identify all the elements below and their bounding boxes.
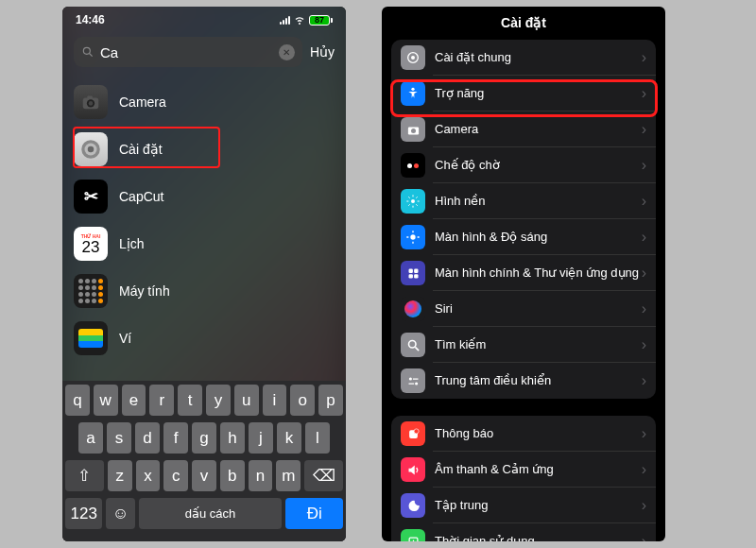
go-key[interactable]: Đi bbox=[285, 498, 343, 529]
key-z[interactable]: z bbox=[108, 460, 132, 491]
svg-line-22 bbox=[416, 197, 417, 197]
svg-point-14 bbox=[411, 199, 415, 203]
row-label: Siri bbox=[435, 301, 642, 317]
settings-row-focus[interactable]: Tập trung› bbox=[391, 488, 656, 523]
settings-row-siri[interactable]: Siri› bbox=[391, 291, 656, 327]
key-f[interactable]: f bbox=[163, 422, 188, 454]
camera-icon bbox=[74, 85, 108, 119]
settings-row-brightness[interactable]: Màn hình & Độ sáng› bbox=[391, 219, 656, 255]
svg-point-4 bbox=[89, 101, 94, 106]
svg-rect-30 bbox=[408, 274, 412, 278]
key-g[interactable]: g bbox=[192, 422, 216, 454]
key-n[interactable]: n bbox=[249, 460, 273, 491]
svg-rect-29 bbox=[414, 268, 418, 272]
settings-row-gear[interactable]: Cài đặt chung› bbox=[391, 40, 656, 76]
row-label: Màn hình chính & Thư viện ứng dụng bbox=[435, 265, 642, 281]
focus-icon bbox=[401, 493, 425, 518]
key-t[interactable]: t bbox=[178, 385, 202, 416]
key-v[interactable]: v bbox=[192, 460, 216, 491]
row-label: Trung tâm điều khiển bbox=[435, 373, 642, 388]
clear-icon[interactable]: ✕ bbox=[279, 44, 295, 60]
key-l[interactable]: l bbox=[305, 422, 330, 454]
settings-row-camera[interactable]: Camera› bbox=[391, 111, 656, 147]
svg-point-32 bbox=[408, 340, 416, 348]
settings-row-wallpaper[interactable]: Hình nền› bbox=[391, 183, 656, 219]
key-w[interactable]: w bbox=[94, 385, 118, 416]
result-label: Ví bbox=[119, 331, 131, 346]
chevron-right-icon: › bbox=[642, 229, 646, 246]
svg-line-1 bbox=[90, 54, 93, 57]
row-label: Camera bbox=[435, 122, 642, 137]
screentime-icon bbox=[401, 529, 425, 541]
key-d[interactable]: d bbox=[135, 422, 160, 454]
svg-point-39 bbox=[414, 428, 419, 433]
backspace-key[interactable]: ⌫ bbox=[304, 460, 343, 491]
key-y[interactable]: y bbox=[206, 385, 231, 416]
key-q[interactable]: q bbox=[65, 385, 90, 416]
key-m[interactable]: m bbox=[276, 460, 301, 491]
svg-line-20 bbox=[416, 204, 417, 205]
key-p[interactable]: p bbox=[318, 385, 343, 416]
result-label: Camera bbox=[119, 94, 166, 110]
result-label: Máy tính bbox=[119, 283, 170, 299]
emoji-key[interactable]: ☺ bbox=[106, 498, 134, 529]
result-label: Cài đặt bbox=[119, 142, 163, 157]
settings-row-home[interactable]: Màn hình chính & Thư viện ứng dụng› bbox=[391, 255, 656, 291]
settings-row-notif[interactable]: Thông báo› bbox=[391, 416, 656, 452]
access-icon bbox=[401, 81, 425, 106]
search-result-camera[interactable]: Camera bbox=[72, 78, 336, 126]
search-result-cal[interactable]: THỨ HAI23Lịch bbox=[72, 220, 336, 267]
settings-row-sound[interactable]: Âm thanh & Cảm ứng› bbox=[391, 452, 656, 488]
settings-group: Cài đặt chung›Trợ năng›Camera›Chế độ chờ… bbox=[391, 40, 656, 399]
wallpaper-icon bbox=[401, 189, 425, 214]
brightness-icon bbox=[401, 225, 425, 249]
settings-row-standby[interactable]: Chế độ chờ› bbox=[391, 147, 656, 183]
settings-group: Thông báo›Âm thanh & Cảm ứng›Tập trung›T… bbox=[391, 416, 656, 541]
key-s[interactable]: s bbox=[107, 422, 131, 454]
key-h[interactable]: h bbox=[220, 422, 245, 454]
shift-key[interactable]: ⇧ bbox=[65, 460, 104, 491]
key-o[interactable]: o bbox=[290, 385, 315, 416]
status-bar: 14:46 87 bbox=[62, 7, 346, 33]
key-k[interactable]: k bbox=[277, 422, 301, 454]
settings-row-screentime[interactable]: Thời gian sử dụng› bbox=[391, 523, 656, 541]
key-r[interactable]: r bbox=[149, 385, 174, 416]
settings-list: Cài đặt chung›Trợ năng›Camera›Chế độ chờ… bbox=[382, 40, 665, 541]
cancel-button[interactable]: Hủy bbox=[310, 44, 335, 60]
search-input[interactable]: Ca ✕ bbox=[74, 37, 302, 67]
settings-row-control[interactable]: Trung tâm điều khiển› bbox=[391, 363, 656, 399]
key-j[interactable]: j bbox=[249, 422, 273, 454]
home-icon bbox=[401, 261, 425, 285]
control-icon bbox=[401, 368, 425, 393]
chevron-right-icon: › bbox=[642, 497, 646, 514]
cal-icon: THỨ HAI23 bbox=[74, 227, 108, 261]
row-label: Âm thanh & Cảm ứng bbox=[435, 462, 642, 477]
key-b[interactable]: b bbox=[220, 460, 245, 491]
svg-point-8 bbox=[88, 146, 94, 153]
key-a[interactable]: a bbox=[78, 422, 103, 454]
key-e[interactable]: e bbox=[122, 385, 146, 416]
svg-line-21 bbox=[408, 204, 409, 205]
search-icon bbox=[81, 45, 94, 59]
svg-point-34 bbox=[408, 377, 411, 380]
search-result-settings[interactable]: Cài đặt bbox=[72, 126, 336, 173]
chevron-right-icon: › bbox=[642, 461, 646, 478]
key-i[interactable]: i bbox=[263, 385, 287, 416]
camera-icon bbox=[401, 117, 425, 142]
numbers-key[interactable]: 123 bbox=[65, 498, 102, 529]
key-x[interactable]: x bbox=[136, 460, 161, 491]
search-result-capcut[interactable]: ✂CapCut bbox=[72, 173, 336, 220]
settings-row-access[interactable]: Trợ năng› bbox=[391, 76, 656, 111]
search-result-wallet[interactable]: Ví bbox=[72, 315, 336, 362]
sound-icon bbox=[401, 457, 425, 482]
result-label: CapCut bbox=[119, 189, 163, 204]
svg-rect-5 bbox=[87, 96, 93, 99]
key-c[interactable]: c bbox=[163, 460, 188, 491]
row-label: Hình nền bbox=[435, 194, 642, 209]
settings-row-search[interactable]: Tìm kiếm› bbox=[391, 327, 656, 363]
chevron-right-icon: › bbox=[642, 121, 646, 138]
row-label: Màn hình & Độ sáng bbox=[435, 230, 642, 245]
space-key[interactable]: dấu cách bbox=[139, 498, 283, 529]
key-u[interactable]: u bbox=[234, 385, 259, 416]
search-result-calc[interactable]: Máy tính bbox=[72, 267, 336, 315]
